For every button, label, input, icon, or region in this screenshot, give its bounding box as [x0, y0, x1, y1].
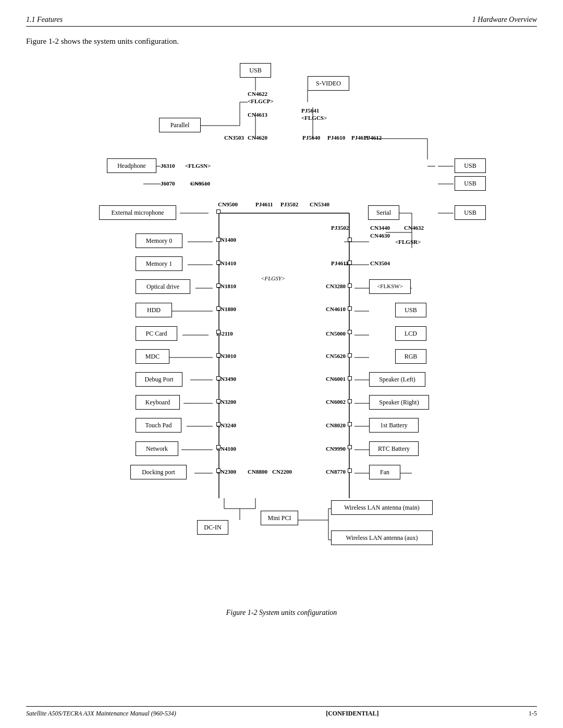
label-cn5340: CN5340	[310, 201, 329, 207]
label-cn4620: CN4620	[248, 134, 267, 141]
label-cn6002: CN6002	[326, 399, 346, 405]
label-pj5641: PJ5641	[301, 107, 319, 114]
box-headphone: Headphone	[107, 158, 156, 173]
box-speaker-l: Speaker (Left)	[369, 372, 425, 387]
box-rgb: RGB	[395, 349, 426, 364]
label-cn3440: CN3440	[370, 225, 390, 231]
connector-cn1800	[216, 306, 221, 311]
label-cn3504: CN3504	[370, 260, 390, 266]
connector-r-cn8020	[348, 422, 352, 426]
figure-caption-bottom: Figure 1-2 System units configuration	[26, 609, 537, 617]
box-usb-r1: USB	[455, 158, 486, 173]
page: 1.1 Features 1 Hardware Overview Figure …	[0, 0, 563, 728]
label-pj5640: PJ5640	[302, 134, 320, 141]
label-cn5620: CN5620	[326, 353, 346, 359]
box-mdc: MDC	[136, 349, 169, 364]
box-touchpad: Touch Pad	[136, 418, 181, 433]
box-wlan-main: Wireless LAN antenna (main)	[331, 500, 433, 515]
connector-r-cn6002	[348, 399, 352, 403]
connector-cn3200	[216, 399, 221, 403]
footer-page: 1-5	[529, 710, 537, 718]
label-flgcs: <FLGCS>	[301, 115, 327, 121]
connector-cn4100	[216, 445, 221, 449]
page-header: 1.1 Features 1 Hardware Overview	[26, 16, 537, 27]
label-cn4622: CN4622	[248, 91, 267, 97]
connector-r-pj4611	[348, 261, 352, 265]
connector-cn3490	[216, 376, 221, 380]
box-rtc: RTC Battery	[369, 441, 419, 456]
connector-cn9500	[216, 209, 221, 214]
label-cn8770: CN8770	[326, 468, 346, 475]
box-svideo: S-VIDEO	[308, 76, 349, 91]
footer-confidential: [CONFIDENTIAL]	[326, 710, 378, 718]
connector-r-cn5000	[348, 330, 352, 334]
box-hdd: HDD	[136, 303, 172, 317]
box-memory0: Memory 0	[136, 233, 182, 248]
connector-cn1810	[216, 283, 221, 288]
box-debug: Debug Port	[136, 372, 182, 387]
label-j6070: J6070	[161, 180, 175, 187]
label-flgsr: <FLGSR>	[395, 239, 421, 245]
label-pj3502-top: PJ3502	[280, 201, 298, 207]
box-fan: Fan	[369, 465, 400, 479]
connector-cn2300	[216, 468, 221, 473]
label-pj3502-mid: PJ3502	[331, 225, 349, 231]
connector-r-pj3502	[348, 238, 352, 242]
box-memory1: Memory 1	[136, 256, 182, 271]
label-pj4611-bot: PJ4611	[331, 260, 349, 266]
box-ext-micro: External microphone	[99, 205, 176, 220]
label-cn2200: CN2200	[272, 468, 292, 475]
label-cn4630: CN4630	[370, 232, 390, 239]
header-chapter: 1 Hardware Overview	[472, 16, 537, 24]
box-battery1: 1st Battery	[369, 418, 419, 433]
connector-cn1400	[216, 238, 221, 242]
header-section: 1.1 Features	[26, 16, 63, 24]
connector-is2110	[216, 330, 221, 334]
label-cn6001: CN6001	[326, 376, 346, 382]
figure-caption-top: Figure 1-2 shows the system units config…	[26, 37, 537, 46]
box-flksw: <FLKSW>	[369, 279, 411, 294]
label-cn4613: CN4613	[248, 112, 267, 118]
connector-r-cn5620	[348, 353, 352, 357]
label-flgcp: <FLGCP>	[248, 98, 274, 104]
label-cn4610: CN4610	[326, 306, 346, 312]
connector-r-cn3280	[348, 283, 352, 288]
box-pccard: PC Card	[136, 326, 177, 341]
footer-manual: Satellite A50S/TECRA A3X Maintenance Man…	[26, 710, 176, 718]
connector-r-cn6001	[348, 376, 352, 380]
label-cn4632: CN4632	[404, 225, 424, 231]
connector-r-cn4610	[348, 306, 352, 311]
box-usb-mid: USB	[395, 303, 426, 317]
label-cn9500: CN9500	[218, 201, 238, 207]
label-j6310: J6310	[161, 163, 175, 169]
box-wlan-aux: Wireless LAN antenna (aux)	[331, 530, 433, 545]
label-cn9510: CN9510	[190, 180, 210, 187]
connector-cn3240	[216, 422, 221, 426]
box-usb-r2: USB	[455, 176, 486, 191]
label-cn3503: CN3503	[224, 134, 244, 141]
box-speaker-r: Speaker (Right)	[369, 395, 429, 410]
label-cn9990: CN9990	[326, 446, 346, 452]
label-pj4611-mid: PJ4611	[255, 201, 273, 207]
box-parallel: Parallel	[159, 118, 201, 132]
box-usb-top: USB	[240, 63, 271, 78]
connector-cn1410	[216, 261, 221, 265]
box-dcin: DC-IN	[197, 520, 228, 535]
box-minipci: Mini PCI	[261, 511, 298, 525]
label-pj4610: PJ4610	[327, 134, 345, 141]
box-optical: Optical drive	[136, 279, 190, 294]
label-cn8020: CN8020	[326, 422, 346, 428]
diagram: USB S-VIDEO CN4622 <FLGCP> Parallel CN46…	[31, 55, 532, 602]
label-flgsy: <FLGSY>	[261, 275, 285, 281]
label-flgsn: <FLGSN>	[185, 163, 211, 169]
connector-r-cn9990	[348, 445, 352, 449]
box-usb-r3: USB	[455, 205, 486, 220]
label-cn5000: CN5000	[326, 330, 346, 337]
label-cn8800: CN8800	[248, 468, 267, 475]
page-footer: Satellite A50S/TECRA A3X Maintenance Man…	[26, 706, 537, 718]
box-docking: Docking port	[130, 465, 187, 479]
box-network: Network	[136, 441, 178, 456]
box-lcd: LCD	[395, 326, 426, 341]
label-pj4611-top: PJ4611	[351, 134, 369, 141]
connector-cn3010	[216, 353, 221, 357]
